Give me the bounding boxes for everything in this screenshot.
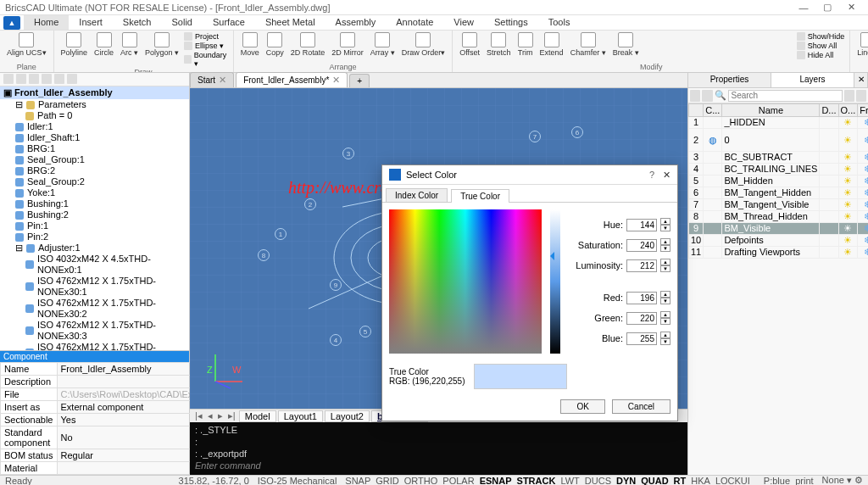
tab-nav-first[interactable]: |◂ xyxy=(193,410,204,421)
luminosity-slider[interactable] xyxy=(550,209,560,354)
filter-icon[interactable] xyxy=(702,90,712,102)
tab-nav-prev[interactable]: ◂ xyxy=(206,410,214,421)
ribbon-extra[interactable]: Boundary ▾ xyxy=(184,51,228,68)
spinner[interactable]: ▲▼ xyxy=(660,238,670,252)
layer-row[interactable]: 11Drafting Viewports☀❄🔒 White xyxy=(689,247,869,259)
dialog-titlebar[interactable]: Select Color ? ✕ xyxy=(382,165,677,185)
layer-row[interactable]: 10Defpoints☀❄🔒 White xyxy=(689,235,869,247)
tree-node[interactable]: Pin:1 xyxy=(0,220,189,231)
callout-1[interactable]: 1 xyxy=(275,228,287,240)
callout-2[interactable]: 2 xyxy=(304,198,316,210)
ribbon-side[interactable]: Show/Hide xyxy=(797,32,845,41)
ribbon-small-icon[interactable] xyxy=(662,33,674,43)
status-toggle-dyn[interactable]: DYN xyxy=(616,476,636,486)
status-tail[interactable]: None ▾ ⚙ xyxy=(822,475,863,485)
tree-node[interactable]: ISO 4032xM42 X 4.5xTHD-NONEx0:1 xyxy=(0,254,189,276)
ribbon-small-icon[interactable] xyxy=(645,33,657,43)
layer-row[interactable]: 4BC_TRAILING_LINES☀❄🔒 White xyxy=(689,164,869,176)
ribbon-chamfer-[interactable]: Chamfer ▾ xyxy=(569,32,608,57)
status-toggle-strack[interactable]: STRACK xyxy=(517,476,556,486)
layout-tab-layout2[interactable]: Layout2 xyxy=(325,410,370,422)
ribbon-trim[interactable]: Trim xyxy=(516,32,535,57)
prop-value[interactable]: No xyxy=(57,426,211,449)
red-input[interactable] xyxy=(626,292,657,304)
ribbon-arc-[interactable]: Arc ▾ xyxy=(119,32,140,57)
spinner[interactable]: ▲▼ xyxy=(660,311,670,325)
status-toggle-grid[interactable]: GRID xyxy=(376,476,399,486)
menu-view[interactable]: View xyxy=(443,15,484,30)
layer-row[interactable]: 1_HIDDEN☀❄🔒 White xyxy=(689,117,869,129)
layout-tab-model[interactable]: Model xyxy=(239,410,276,422)
status-toggle-lwt[interactable]: LWT xyxy=(560,476,579,486)
ribbon-small-icon[interactable] xyxy=(696,33,708,43)
ribbon-array-[interactable]: Array ▾ xyxy=(369,32,397,57)
status-toggle-esnap[interactable]: ESNAP xyxy=(480,476,512,486)
callout-3[interactable]: 3 xyxy=(342,148,354,159)
menu-settings[interactable]: Settings xyxy=(484,15,538,30)
color-tab-index-color[interactable]: Index Color xyxy=(386,188,448,202)
menu-insert[interactable]: Insert xyxy=(69,15,113,30)
layer-row[interactable]: 5BM_Hidden☀❄🔒 White xyxy=(689,176,869,187)
assembly-tree[interactable]: ▣ Front_Idler_Assembly⊟ Parameters Path … xyxy=(0,86,189,350)
ribbon-extra[interactable]: Project xyxy=(184,32,228,41)
tree-node[interactable]: ISO 4762xM12 X 1.75xTHD-NONEx30:4 xyxy=(0,342,189,350)
ribbon-offset[interactable]: Offset xyxy=(458,32,481,57)
status-pline[interactable]: P:blue_print xyxy=(764,476,814,486)
tree-node[interactable]: BRG:1 xyxy=(0,143,189,154)
callout-7[interactable]: 7 xyxy=(529,131,541,142)
tree-node[interactable]: ISO 4762xM12 X 1.75xTHD-NONEx30:2 xyxy=(0,298,189,320)
layer-row[interactable]: 8BM_Thread_Hidden☀❄🔒 White xyxy=(689,211,869,223)
menu-surface[interactable]: Surface xyxy=(203,15,255,30)
layer-option-icon[interactable] xyxy=(844,90,854,102)
ribbon-small-icon[interactable] xyxy=(747,33,759,43)
tree-node[interactable]: Idler:1 xyxy=(0,121,189,132)
spinner[interactable]: ▲▼ xyxy=(660,218,670,231)
dialog-close-button[interactable]: ✕ xyxy=(663,170,670,181)
layout-tab-layout1[interactable]: Layout1 xyxy=(278,410,323,422)
panel-tab-properties[interactable]: Properties xyxy=(688,73,771,87)
new-tab-button[interactable]: + xyxy=(349,74,370,87)
doc-tab[interactable]: Front_Idler_Assembly*✕ xyxy=(236,72,348,87)
close-button[interactable]: ✕ xyxy=(839,2,863,13)
slider-thumb-icon[interactable] xyxy=(546,252,554,260)
callout-4[interactable]: 4 xyxy=(330,334,342,346)
panel-close-icon[interactable]: ✕ xyxy=(854,73,868,87)
tree-root[interactable]: ▣ Front_Idler_Assembly xyxy=(0,86,189,99)
spinner[interactable]: ▲▼ xyxy=(660,332,670,345)
prop-value[interactable] xyxy=(57,462,211,475)
tree-node[interactable]: Seal_Group:1 xyxy=(0,154,189,165)
ribbon-align-ucs-[interactable]: Align UCS▾ xyxy=(5,32,48,57)
status-toggle-rt[interactable]: RT xyxy=(674,476,687,486)
prop-value[interactable]: Yes xyxy=(57,414,211,426)
prop-value[interactable]: External component xyxy=(57,401,211,414)
tree-node[interactable]: Bushing:2 xyxy=(0,209,189,220)
layer-row[interactable]: 7BM_Tangent_Visible☀❄🔒 White xyxy=(689,199,869,211)
blue-input[interactable] xyxy=(626,332,657,345)
tree-node[interactable]: BRG:2 xyxy=(0,165,189,176)
hue-input[interactable] xyxy=(626,219,657,231)
layer-option-icon[interactable] xyxy=(856,90,866,102)
callout-8[interactable]: 8 xyxy=(258,249,270,261)
menu-annotate[interactable]: Annotate xyxy=(386,15,443,30)
layers-table[interactable]: C...NameD...O...Fr...Lo...Color1_HIDDEN☀… xyxy=(688,103,868,259)
layer-search-input[interactable] xyxy=(728,90,843,102)
ribbon-small-icon[interactable] xyxy=(781,33,793,43)
prop-value[interactable]: Front_Idler_Assembly xyxy=(57,363,211,376)
saturation-input[interactable] xyxy=(626,239,657,252)
minimize-button[interactable]: — xyxy=(792,3,815,13)
ok-button[interactable]: OK xyxy=(560,399,604,414)
console-prompt[interactable]: Enter command xyxy=(195,460,682,471)
color-gradient-picker[interactable] xyxy=(389,209,542,354)
tree-node[interactable]: ⊟ Adjuster:1 xyxy=(0,242,189,254)
status-toggle-ortho[interactable]: ORTHO xyxy=(404,476,438,486)
color-tab-true-color[interactable]: True Color xyxy=(451,189,509,203)
layer-row[interactable]: 3BC_SUBTRACT☀❄🔒 Red xyxy=(689,152,869,164)
status-toggle-quad[interactable]: QUAD xyxy=(641,476,668,486)
tab-nav-last[interactable]: ▸| xyxy=(226,410,237,421)
callout-6[interactable]: 6 xyxy=(571,126,583,138)
status-toggle-hka[interactable]: HKA xyxy=(691,476,710,486)
panel-tool-icon[interactable] xyxy=(3,74,14,84)
doc-tab[interactable]: Start✕ xyxy=(190,72,234,87)
dialog-help-button[interactable]: ? xyxy=(649,170,654,180)
ribbon-2d-mirror[interactable]: 2D Mirror xyxy=(330,32,365,57)
